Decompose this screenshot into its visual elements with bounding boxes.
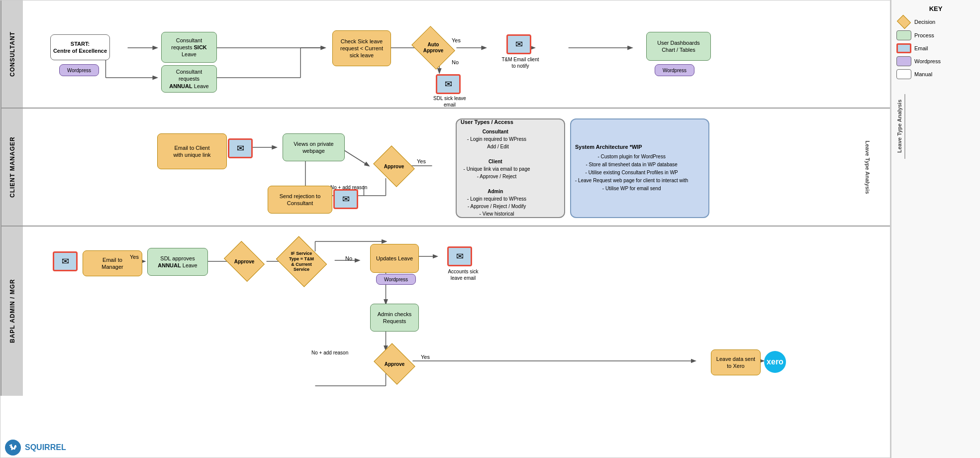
consultant-sick-label: Consultantrequests SICKLeave (171, 37, 207, 58)
key-item-process: Process (896, 30, 975, 40)
yes4-text: Yes (421, 354, 430, 360)
key-wordpress-shape (896, 56, 911, 66)
no2-label: No (345, 255, 352, 261)
admin-checks-label: Admin checks Requests (378, 311, 411, 325)
key-title: KEY (896, 5, 975, 12)
sdl-email-icon: ✉ (436, 74, 461, 94)
email-client-label: Email to Clientwith unique link (173, 144, 210, 159)
system-arch-content: - Custom plugin for WordPress - Store al… (575, 153, 688, 193)
system-arch-node: System Architecture *WIP - Custom plugin… (570, 118, 709, 218)
no-add-reason2-label: No + add reason (311, 350, 348, 355)
key-decision-label: Decision (914, 19, 935, 25)
user-types-node: User Types / Access Consultant - Login r… (456, 118, 565, 218)
sdl-email-text: SDL sick leave email (433, 95, 466, 108)
key-manual-shape (896, 69, 911, 79)
xero-logo: xero (764, 351, 786, 373)
auto-approve-diamond: Auto Approve (416, 34, 451, 61)
leave-type-key-text: Leave Type Analysis (896, 100, 902, 153)
key-process-label: Process (914, 32, 934, 38)
approve-diamond-3-label: Approve (385, 361, 405, 367)
key-email-label: Email (914, 45, 928, 51)
auto-approve-label: Auto Approve (423, 42, 444, 54)
leave-type-analysis: Leave Type Analysis (865, 140, 871, 194)
key-email-shape (896, 43, 911, 53)
lane-content-bapl: ✉ Email to Manager Yes SDL approvesANNUA… (23, 227, 890, 396)
email-manager-icon: ✉ (53, 251, 78, 271)
wordpress-key-label: Wordpress (663, 68, 686, 73)
lane-content-consultant: START: Centre of Excellence Wordpress Co… (23, 0, 890, 108)
user-types-content: Consultant - Login required to WPress Ad… (461, 128, 530, 218)
consultant-sick-node: Consultantrequests SICKLeave (161, 32, 217, 63)
approve-diamond-3: Approve (378, 351, 411, 377)
lane-consultant: CONSULTANT (0, 0, 890, 109)
key-decision-shape (896, 16, 911, 27)
footer: 🐿 SQUIRREL (5, 440, 66, 456)
key-item-decision: Decision (896, 16, 975, 27)
send-rejection-node: Send rejection to Consultant (268, 186, 332, 214)
lane-label-client: CLIENT MANAGER (0, 109, 23, 226)
no1-label: No (452, 59, 459, 65)
email-manager-label: Email to Manager (101, 256, 123, 271)
admin-checks-node: Admin checks Requests (370, 304, 419, 332)
rejection-email-icon-container: ✉ (333, 189, 358, 209)
tm-email-label: T&M Email client to notify (495, 56, 545, 69)
views-webpage-node: Views on private webpage (283, 133, 345, 161)
yes4-label: Yes (421, 354, 430, 360)
wordpress-label-2: Wordpress (384, 277, 408, 282)
consultant-annual-node: ConsultantrequestsANNUAL Leave (161, 65, 217, 93)
email-client-icon-container: ✉ (228, 138, 253, 158)
accounts-sick-label: Accounts sick leave email (441, 268, 486, 281)
key-item-manual: Manual (896, 69, 975, 79)
lane-client-manager: CLIENT MANAGER (0, 109, 890, 227)
views-webpage-label: Views on private webpage (294, 140, 334, 155)
accounts-sick-text: Accounts sick leave email (448, 268, 478, 281)
if-service-label: IF Service Type = T&M & Current Service (289, 251, 314, 272)
email-client-node: Email to Clientwith unique link (157, 133, 227, 169)
updates-leave-node: Updates Leave (370, 244, 419, 273)
approve-diamond-1-label: Approve (384, 164, 404, 169)
lane-label-bapl: BAPL ADMIN / MGR (0, 227, 23, 396)
approve-diamond-2-label: Approve (234, 259, 255, 264)
wordpress-label-1: Wordpress (67, 68, 91, 73)
sdl-approves-label: SDL approvesANNUAL Leave (158, 255, 197, 269)
diagram-area: CONSULTANT (0, 0, 890, 458)
yes3-text: Yes (130, 254, 139, 260)
tm-email-icon-container: ✉ (506, 34, 531, 54)
lane-content-client: Email to Clientwith unique link ✉ Views … (23, 109, 890, 226)
no-add-reason2-text: No + add reason (311, 350, 348, 355)
no1-text: No (452, 59, 459, 65)
tm-email-text: T&M Email client to notify (501, 56, 539, 69)
yes3-label: Yes (130, 254, 139, 260)
squirrel-logo-text: SQUIRREL (25, 443, 66, 452)
approve-diamond-2: Approve (228, 249, 261, 274)
key-item-wordpress: Wordpress (896, 56, 975, 66)
email-manager-icon-container: ✉ (53, 251, 78, 271)
rejection-email-icon: ✉ (333, 189, 358, 209)
key-manual-label: Manual (914, 71, 932, 77)
check-sick-label: Check Sick leave request < Current sick … (340, 38, 383, 59)
sdl-email-icon-container: ✉ (436, 74, 461, 94)
yes2-label: Yes (417, 158, 426, 164)
yes1-label: Yes (452, 37, 461, 43)
yes2-text: Yes (417, 158, 426, 164)
if-service-diamond: IF Service Type = T&M & Current Service (282, 245, 321, 278)
key-item-email: Email (896, 43, 975, 53)
user-dashboards-node: User Dashboards Chart / Tables (646, 32, 711, 61)
no2-text: No (345, 255, 352, 261)
leave-data-node: Leave data sent to Xero (711, 349, 761, 375)
sdl-approves-node: SDL approvesANNUAL Leave (147, 248, 208, 276)
accounts-email-icon-container: ✉ (447, 246, 472, 266)
wordpress-node-2: Wordpress (376, 274, 416, 285)
leave-data-label: Leave data sent to Xero (716, 355, 755, 370)
check-sick-node: Check Sick leave request < Current sick … (332, 30, 391, 66)
key-wordpress-label: Wordpress (914, 58, 941, 64)
leave-type-text: Leave Type Analysis (865, 140, 871, 194)
lane-bapl-admin: BAPL ADMIN / MGR (0, 227, 890, 396)
squirrel-icon: 🐿 (5, 440, 21, 456)
consultant-annual-label: ConsultantrequestsANNUAL Leave (169, 68, 208, 90)
lane-label-consultant: CONSULTANT (0, 0, 23, 108)
user-types-title: User Types / Access (461, 119, 513, 125)
key-panel: KEY Decision Process Email Wordpress Man… (890, 0, 980, 458)
yes1-text: Yes (452, 37, 461, 43)
main-container: CONSULTANT (0, 0, 980, 458)
